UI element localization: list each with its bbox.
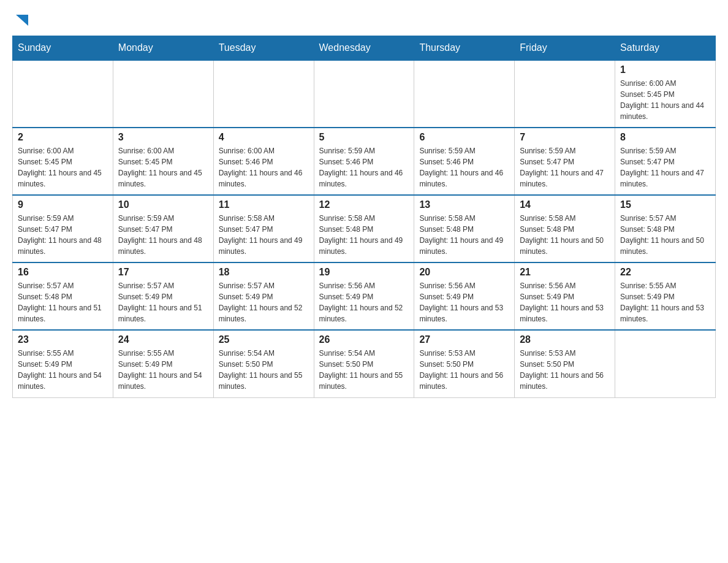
calendar-cell: 8Sunrise: 5:59 AM Sunset: 5:47 PM Daylig… — [615, 128, 716, 195]
day-info: Sunrise: 6:00 AM Sunset: 5:45 PM Dayligh… — [620, 78, 710, 122]
day-info: Sunrise: 5:59 AM Sunset: 5:47 PM Dayligh… — [520, 145, 610, 190]
logo — [12, 12, 31, 29]
calendar-header-row: SundayMondayTuesdayWednesdayThursdayFrid… — [13, 36, 716, 61]
day-number: 18 — [219, 267, 309, 278]
day-number: 6 — [419, 132, 509, 143]
day-number: 27 — [419, 334, 509, 345]
calendar-cell — [314, 60, 414, 128]
day-number: 4 — [219, 132, 309, 143]
calendar-week-row: 2Sunrise: 6:00 AM Sunset: 5:45 PM Daylig… — [13, 128, 716, 195]
calendar-cell: 21Sunrise: 5:56 AM Sunset: 5:49 PM Dayli… — [515, 262, 615, 330]
weekday-header-sunday: Sunday — [13, 36, 113, 61]
day-number: 21 — [520, 267, 610, 278]
calendar-cell: 9Sunrise: 5:59 AM Sunset: 5:47 PM Daylig… — [13, 195, 113, 262]
day-info: Sunrise: 5:56 AM Sunset: 5:49 PM Dayligh… — [319, 280, 409, 324]
day-info: Sunrise: 5:57 AM Sunset: 5:49 PM Dayligh… — [219, 280, 309, 324]
calendar-cell: 10Sunrise: 5:59 AM Sunset: 5:47 PM Dayli… — [113, 195, 213, 262]
calendar-cell: 1Sunrise: 6:00 AM Sunset: 5:45 PM Daylig… — [615, 60, 716, 128]
day-number: 20 — [419, 267, 509, 278]
calendar-cell — [13, 60, 113, 128]
calendar-cell: 19Sunrise: 5:56 AM Sunset: 5:49 PM Dayli… — [314, 262, 414, 330]
weekday-header-thursday: Thursday — [414, 36, 515, 61]
day-number: 22 — [620, 267, 710, 278]
calendar-cell: 17Sunrise: 5:57 AM Sunset: 5:49 PM Dayli… — [113, 262, 213, 330]
day-info: Sunrise: 6:00 AM Sunset: 5:46 PM Dayligh… — [219, 145, 309, 190]
day-info: Sunrise: 5:56 AM Sunset: 5:49 PM Dayligh… — [520, 280, 610, 324]
calendar-cell: 3Sunrise: 6:00 AM Sunset: 5:45 PM Daylig… — [113, 128, 213, 195]
day-number: 16 — [18, 267, 108, 278]
day-info: Sunrise: 5:59 AM Sunset: 5:47 PM Dayligh… — [118, 213, 208, 257]
calendar-cell: 5Sunrise: 5:59 AM Sunset: 5:46 PM Daylig… — [314, 128, 414, 195]
day-number: 19 — [319, 267, 409, 278]
calendar-week-row: 9Sunrise: 5:59 AM Sunset: 5:47 PM Daylig… — [13, 195, 716, 262]
day-number: 3 — [118, 132, 208, 143]
day-number: 1 — [620, 64, 710, 75]
day-number: 9 — [18, 199, 108, 210]
calendar-cell: 12Sunrise: 5:58 AM Sunset: 5:48 PM Dayli… — [314, 195, 414, 262]
logo-triangle-icon — [13, 12, 31, 29]
day-info: Sunrise: 5:55 AM Sunset: 5:49 PM Dayligh… — [118, 348, 208, 392]
calendar-cell: 27Sunrise: 5:53 AM Sunset: 5:50 PM Dayli… — [414, 330, 515, 397]
calendar-week-row: 23Sunrise: 5:55 AM Sunset: 5:49 PM Dayli… — [13, 330, 716, 397]
page-header — [12, 12, 716, 29]
day-info: Sunrise: 5:57 AM Sunset: 5:49 PM Dayligh… — [118, 280, 208, 324]
day-number: 25 — [219, 334, 309, 345]
calendar-cell: 2Sunrise: 6:00 AM Sunset: 5:45 PM Daylig… — [13, 128, 113, 195]
day-info: Sunrise: 5:58 AM Sunset: 5:48 PM Dayligh… — [419, 213, 509, 257]
calendar-cell: 26Sunrise: 5:54 AM Sunset: 5:50 PM Dayli… — [314, 330, 414, 397]
calendar-cell — [615, 330, 716, 397]
weekday-header-saturday: Saturday — [615, 36, 716, 61]
day-info: Sunrise: 5:54 AM Sunset: 5:50 PM Dayligh… — [319, 348, 409, 392]
calendar-cell: 23Sunrise: 5:55 AM Sunset: 5:49 PM Dayli… — [13, 330, 113, 397]
day-number: 7 — [520, 132, 610, 143]
day-info: Sunrise: 5:58 AM Sunset: 5:47 PM Dayligh… — [219, 213, 309, 257]
calendar-cell: 20Sunrise: 5:56 AM Sunset: 5:49 PM Dayli… — [414, 262, 515, 330]
weekday-header-friday: Friday — [515, 36, 615, 61]
weekday-header-wednesday: Wednesday — [314, 36, 414, 61]
day-info: Sunrise: 5:55 AM Sunset: 5:49 PM Dayligh… — [620, 280, 710, 324]
calendar-cell: 7Sunrise: 5:59 AM Sunset: 5:47 PM Daylig… — [515, 128, 615, 195]
day-info: Sunrise: 5:59 AM Sunset: 5:46 PM Dayligh… — [319, 145, 409, 190]
calendar-cell: 15Sunrise: 5:57 AM Sunset: 5:48 PM Dayli… — [615, 195, 716, 262]
weekday-header-monday: Monday — [113, 36, 213, 61]
day-info: Sunrise: 5:57 AM Sunset: 5:48 PM Dayligh… — [18, 280, 108, 324]
day-info: Sunrise: 5:58 AM Sunset: 5:48 PM Dayligh… — [520, 213, 610, 257]
day-number: 10 — [118, 199, 208, 210]
day-number: 24 — [118, 334, 208, 345]
calendar-cell: 16Sunrise: 5:57 AM Sunset: 5:48 PM Dayli… — [13, 262, 113, 330]
calendar-cell — [515, 60, 615, 128]
calendar-cell — [414, 60, 515, 128]
calendar-table: SundayMondayTuesdayWednesdayThursdayFrid… — [12, 36, 716, 398]
calendar-cell: 22Sunrise: 5:55 AM Sunset: 5:49 PM Dayli… — [615, 262, 716, 330]
day-info: Sunrise: 5:54 AM Sunset: 5:50 PM Dayligh… — [219, 348, 309, 392]
day-number: 11 — [219, 199, 309, 210]
calendar-cell: 18Sunrise: 5:57 AM Sunset: 5:49 PM Dayli… — [213, 262, 314, 330]
day-number: 17 — [118, 267, 208, 278]
calendar-cell: 4Sunrise: 6:00 AM Sunset: 5:46 PM Daylig… — [213, 128, 314, 195]
day-info: Sunrise: 5:59 AM Sunset: 5:46 PM Dayligh… — [419, 145, 509, 190]
day-number: 26 — [319, 334, 409, 345]
svg-marker-0 — [16, 15, 28, 26]
calendar-cell — [213, 60, 314, 128]
calendar-week-row: 1Sunrise: 6:00 AM Sunset: 5:45 PM Daylig… — [13, 60, 716, 128]
day-info: Sunrise: 5:58 AM Sunset: 5:48 PM Dayligh… — [319, 213, 409, 257]
calendar-cell: 28Sunrise: 5:53 AM Sunset: 5:50 PM Dayli… — [515, 330, 615, 397]
day-info: Sunrise: 5:59 AM Sunset: 5:47 PM Dayligh… — [18, 213, 108, 257]
calendar-cell — [113, 60, 213, 128]
day-info: Sunrise: 5:59 AM Sunset: 5:47 PM Dayligh… — [620, 145, 710, 190]
day-info: Sunrise: 5:55 AM Sunset: 5:49 PM Dayligh… — [18, 348, 108, 392]
calendar-cell: 11Sunrise: 5:58 AM Sunset: 5:47 PM Dayli… — [213, 195, 314, 262]
day-number: 5 — [319, 132, 409, 143]
day-number: 23 — [18, 334, 108, 345]
day-number: 12 — [319, 199, 409, 210]
calendar-week-row: 16Sunrise: 5:57 AM Sunset: 5:48 PM Dayli… — [13, 262, 716, 330]
calendar-cell: 25Sunrise: 5:54 AM Sunset: 5:50 PM Dayli… — [213, 330, 314, 397]
calendar-cell: 6Sunrise: 5:59 AM Sunset: 5:46 PM Daylig… — [414, 128, 515, 195]
day-number: 8 — [620, 132, 710, 143]
day-info: Sunrise: 6:00 AM Sunset: 5:45 PM Dayligh… — [18, 145, 108, 190]
day-number: 14 — [520, 199, 610, 210]
weekday-header-tuesday: Tuesday — [213, 36, 314, 61]
day-info: Sunrise: 5:53 AM Sunset: 5:50 PM Dayligh… — [520, 348, 610, 392]
calendar-cell: 14Sunrise: 5:58 AM Sunset: 5:48 PM Dayli… — [515, 195, 615, 262]
day-number: 13 — [419, 199, 509, 210]
